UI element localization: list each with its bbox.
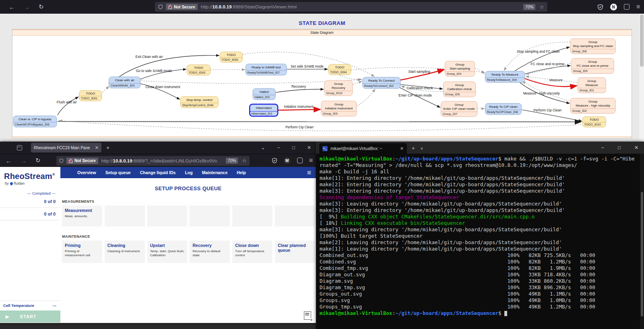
nav-item-log[interactable]: Log [185, 170, 192, 175]
firefox-view-icon[interactable] [17, 145, 22, 150]
tab-close-icon[interactable]: ✕ [400, 146, 404, 151]
nav-hamburger-icon[interactable]: ≡ [307, 169, 311, 177]
state-node-ready-to-measure: Ready To MeasureReadyToMeasure_ID9 [485, 71, 524, 82]
diagram-edge [340, 75, 362, 80]
scrollbar-thumb[interactable] [641, 192, 643, 317]
zoom-level-badge[interactable]: 70% [523, 4, 535, 10]
minimize-button[interactable]: − [277, 145, 280, 150]
maintenance-card-priming[interactable]: PrimingPriming of measurement cell [62, 241, 102, 263]
privacy-shield-icon[interactable] [272, 158, 277, 163]
terminal-line: [ 9%] Building CXX object CMakeFiles/Sta… [320, 214, 638, 220]
new-tab-button[interactable]: + [106, 144, 109, 151]
terminal-line: make[2]: Leaving directory '/home/mikael… [320, 239, 638, 246]
tab-close-icon[interactable]: ✕ [95, 145, 99, 150]
diagram-edge [58, 121, 581, 122]
state-diagram-page: STATE DIAGRAM State Diagram Flush with a… [0, 14, 644, 142]
svg-text:Group: Group [334, 103, 344, 106]
svg-text:Measure - high viscosity: Measure - high viscosity [576, 104, 610, 107]
terminal-span: Scanning dependencies of target StateSeq… [320, 194, 459, 200]
start-button[interactable]: ▶ START [0, 310, 60, 323]
reload-button[interactable]: ↻ [39, 3, 44, 10]
card-subtitle: Priming of measurement cell [65, 249, 99, 258]
measurement-card-empty [275, 206, 315, 226]
zoom-level-badge[interactable]: 70% [226, 158, 238, 164]
maximize-button[interactable]: □ [618, 145, 621, 150]
svg-text:ReadyToSAWBTest_ID7: ReadyToSAWBTest_ID7 [247, 71, 280, 74]
svg-text:TODO_ID93: TODO_ID93 [188, 71, 205, 74]
new-tab-button[interactable]: + [412, 145, 415, 151]
close-button[interactable]: ✕ [634, 145, 638, 150]
not-secure-badge[interactable]: Not Secure [166, 4, 198, 10]
rheostream-nav: OverviewSetup queueChange liquid IDsLogM… [60, 167, 316, 178]
nav-item-help[interactable]: Help [237, 170, 246, 175]
terminal-span: Linking CXX executable bin/StateSequence… [341, 220, 465, 226]
scrollbar-thumb[interactable] [640, 14, 644, 67]
minimize-button[interactable]: − [601, 145, 604, 150]
maintenance-card-cleaning[interactable]: CleaningCleaning of instrument. [105, 241, 145, 263]
edge-label: Go to safe SAWB mode [136, 69, 172, 73]
extension-n-icon[interactable]: N [610, 4, 617, 10]
bookmark-star-icon[interactable]: ☆ [539, 4, 544, 10]
svg-text:Group: Group [588, 40, 598, 44]
permissions-shield-icon [158, 4, 163, 9]
tab-dropdown-icon[interactable]: ∨ [421, 146, 423, 150]
terminal-tab-title: mikael@mikael-VirtualBox: ~ [330, 146, 397, 151]
terminal-tab[interactable]: >_ mikael@mikael-VirtualBox: ~ ✕ [319, 143, 407, 154]
state-diagram-svg: Flush with airExit Clean with airGo to s… [12, 36, 632, 137]
terminal-output[interactable]: mikael@mikael-VirtualBox:~/git/up-board/… [316, 154, 640, 329]
setup-queue-title: SETUP PROCESS QUEUE [61, 185, 315, 191]
svg-text:TODO: TODO [335, 66, 344, 69]
state-node-group-calibration-check: GroupCalibration checkGroup_ID5 [444, 82, 476, 97]
maintenance-card-recovery[interactable]: RecoveryRecovery to default state [190, 241, 230, 263]
svg-text:Group_ID4: Group_ID4 [447, 72, 462, 76]
add-note-icon[interactable] [304, 311, 311, 320]
browser-tab[interactable]: Rheostream FCC19 Main Pane ✕ [31, 143, 101, 152]
extension-icon[interactable] [624, 4, 630, 10]
maintenance-card-upstart[interactable]: UpstartTemp. start, Quick flush, Calibra… [147, 241, 188, 263]
svg-text:Clean w. CIP in bypass: Clean w. CIP in bypass [19, 117, 52, 121]
privacy-shield-icon[interactable] [597, 4, 603, 10]
measurements-section-label: MEASUREMENTS [62, 199, 315, 204]
nav-item-setup-queue[interactable]: Setup queue [105, 170, 131, 175]
card-title: Clear planned queue [278, 243, 312, 253]
forward-button[interactable]: → [24, 4, 30, 10]
url-bar[interactable]: Not Secure http://10.8.0.19:8889/StateDi… [155, 2, 547, 12]
terminal-line: mikael@mikael-VirtualBox:~/git/up-board/… [320, 310, 638, 317]
maintenance-card-clear-planned-queue[interactable]: Clear planned queue [275, 241, 315, 263]
diagram-footer-band [12, 136, 632, 138]
terminal-span: ~/git/up-board/apps/StateSequencer [395, 156, 498, 162]
svg-text:Group: Group [588, 100, 598, 103]
nav-item-overview[interactable]: Overview [77, 170, 96, 175]
extension-m-icon[interactable]: M [284, 157, 291, 164]
card-title: Cleaning [107, 243, 142, 248]
back-button[interactable]: ← [6, 157, 12, 164]
terminal-app-icon: >_ [322, 146, 328, 151]
close-button[interactable]: ✕ [307, 145, 311, 150]
diagram-edge [275, 89, 324, 93]
nav-item-maintenance[interactable]: Maintenance [202, 170, 228, 175]
extension-icon[interactable] [297, 158, 303, 163]
svg-text:CleanWithAir_ID4: CleanWithAir_ID4 [111, 84, 134, 87]
page-scrollbar[interactable] [639, 14, 644, 142]
edge-label: Measure - high viscosity [523, 91, 560, 95]
measurement-card-measurement[interactable]: MeasurementMeas. amounts. [62, 206, 102, 226]
state-node-todo-exit-clean: TODOTODO_ID92 [220, 52, 242, 62]
state-node-ready-to-connect: Ready To ConnectReadyToConnect_ID2 [363, 77, 400, 88]
state-node-group-stop-sampling-and-fc-clean: GroupStop sampling and FC cleanGroup_ID6 [570, 39, 615, 54]
nav-item-change-liquid-ids[interactable]: Change liquid IDs [140, 170, 176, 175]
not-secure-badge[interactable]: Not Secure [66, 158, 98, 164]
terminal-scrollbar[interactable] [640, 154, 644, 329]
url-bar[interactable]: Not Secure http://10.8.0.19:8889/?_=/idl… [56, 156, 250, 166]
svg-text:Hibernated_ID1: Hibernated_ID1 [251, 112, 272, 115]
forward-button[interactable]: → [21, 157, 27, 164]
state-node-group-measure-high-viscosity: GroupMeasure - high viscosityGroup_ID2 [570, 98, 615, 113]
measurements-card-row: MeasurementMeas. amounts. [62, 206, 315, 226]
list-tabs-icon[interactable]: ⌄ [261, 145, 265, 150]
bookmark-star-icon[interactable]: ☆ [242, 158, 247, 164]
back-button[interactable]: ← [9, 4, 15, 10]
maintenance-card-close-down[interactable]: Close downTurn off temperature control [232, 241, 272, 263]
reload-button[interactable]: ↻ [35, 157, 41, 164]
menu-hamburger-icon[interactable]: ≡ [636, 3, 640, 10]
menu-hamburger-icon[interactable]: ≡ [309, 157, 313, 164]
maximize-button[interactable]: □ [292, 145, 295, 150]
